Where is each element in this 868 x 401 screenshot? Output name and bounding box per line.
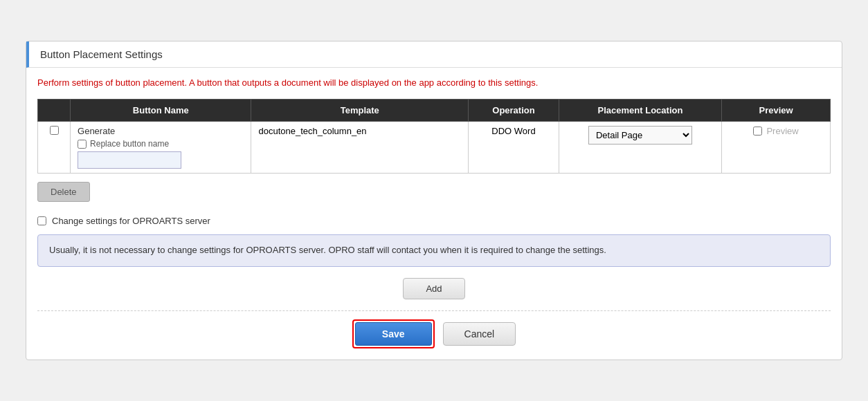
replace-button-name-checkbox[interactable] xyxy=(78,140,87,149)
info-text: Usually, it is not necessary to change s… xyxy=(49,245,606,255)
placement-select[interactable]: Detail Page List Page Related List xyxy=(588,126,692,144)
preview-label: Preview xyxy=(766,126,798,136)
add-area: Add xyxy=(37,278,831,299)
template-cell: docutone_tech_column_en xyxy=(251,122,469,174)
add-button[interactable]: Add xyxy=(403,278,464,299)
col-header-operation: Operation xyxy=(469,100,559,122)
col-header-checkbox xyxy=(38,100,71,122)
dialog-container: Button Placement Settings Perform settin… xyxy=(26,41,842,360)
info-box: Usually, it is not necessary to change s… xyxy=(37,234,831,267)
oproarts-row: Change settings for OPROARTS server xyxy=(37,216,831,226)
save-button[interactable]: Save xyxy=(355,322,432,346)
row-checkbox-cell xyxy=(38,122,71,174)
oproarts-label: Change settings for OPROARTS server xyxy=(52,216,210,226)
table-row: Generate Replace button name docutone_te… xyxy=(38,122,831,174)
col-header-button-name: Button Name xyxy=(71,100,251,122)
replace-button-name-label: Replace button name xyxy=(90,139,169,149)
cancel-button[interactable]: Cancel xyxy=(443,322,516,346)
dialog-title: Button Placement Settings xyxy=(40,48,831,60)
row-checkbox[interactable] xyxy=(50,126,59,135)
placement-cell: Detail Page List Page Related List xyxy=(559,122,721,174)
footer: Save Cancel xyxy=(37,310,831,348)
dialog-body: Perform settings of button placement. A … xyxy=(26,76,842,299)
operation-value: DDO Word xyxy=(491,126,535,136)
delete-button[interactable]: Delete xyxy=(37,182,90,202)
button-label: Generate xyxy=(78,126,244,136)
settings-table: Button Name Template Operation Placement… xyxy=(37,99,831,174)
operation-cell: DDO Word xyxy=(469,122,559,174)
oproarts-checkbox[interactable] xyxy=(37,216,46,225)
replace-button-name-input[interactable] xyxy=(78,151,181,169)
button-name-cell: Generate Replace button name xyxy=(71,122,251,174)
template-value: docutone_tech_column_en xyxy=(258,126,366,136)
preview-checkbox[interactable] xyxy=(753,127,762,136)
description-text: Perform settings of button placement. A … xyxy=(37,76,831,90)
dialog-header: Button Placement Settings xyxy=(26,41,842,68)
col-header-template: Template xyxy=(251,100,469,122)
col-header-preview: Preview xyxy=(722,100,831,122)
col-header-placement: Placement Location xyxy=(559,100,721,122)
preview-cell: Preview xyxy=(722,122,831,174)
save-button-wrapper: Save xyxy=(352,319,435,348)
